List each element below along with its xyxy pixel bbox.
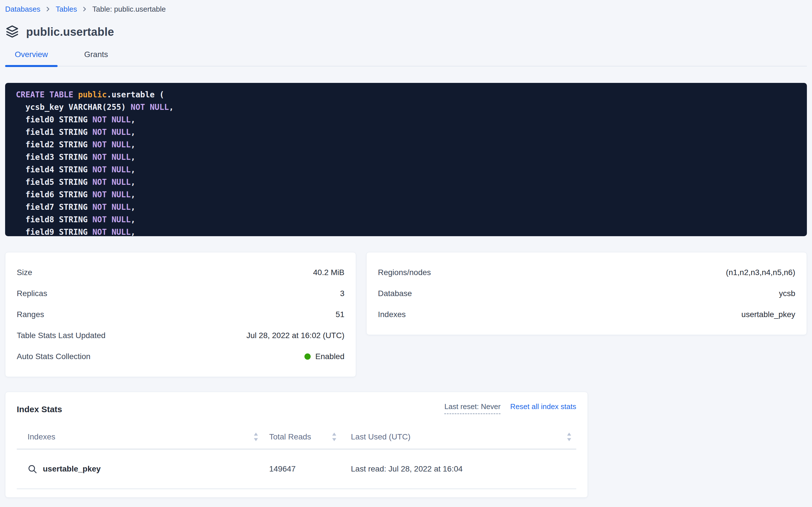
chevron-right-icon: [81, 6, 88, 12]
summary-cards-row: Size 40.2 MiB Replicas 3 Ranges 51 Table…: [5, 252, 807, 377]
stat-row-table-stats-last-updated: Table Stats Last Updated Jul 28, 2022 at…: [17, 325, 345, 346]
stat-row-replicas: Replicas 3: [17, 283, 345, 304]
code-line: ycsb_key VARCHAR(255) NOT NULL,: [16, 101, 798, 114]
code-line: field4 STRING NOT NULL,: [16, 164, 798, 176]
column-header-last-used[interactable]: Last Used (UTC): [341, 432, 576, 441]
code-line: field8 STRING NOT NULL,: [16, 214, 798, 226]
index-row-usertable-pkey: usertable_pkey 149647 Last read: Jul 28,…: [17, 449, 576, 489]
sort-icon: [567, 433, 572, 441]
stat-row-regions-nodes: Regions/nodes (n1,n2,n3,n4,n5,n6): [378, 262, 795, 283]
sort-icon: [253, 433, 258, 441]
tab-overview[interactable]: Overview: [5, 50, 58, 66]
create-table-statement: CREATE TABLE public.usertable ( ycsb_key…: [5, 83, 807, 236]
database-summary-card: Regions/nodes (n1,n2,n3,n4,n5,n6) Databa…: [366, 252, 807, 335]
chevron-right-icon: [45, 6, 51, 12]
breadcrumb-current: Table: public.usertable: [92, 5, 166, 14]
code-line: field0 STRING NOT NULL,: [16, 114, 798, 126]
index-stats-table-header: Indexes Total Reads Last Used (UTC): [17, 432, 576, 449]
page-header: public.usertable: [5, 24, 807, 40]
code-line: field1 STRING NOT NULL,: [16, 126, 798, 138]
code-line: field2 STRING NOT NULL,: [16, 138, 798, 151]
tab-grants[interactable]: Grants: [75, 50, 118, 66]
tab-bar: Overview Grants: [5, 50, 807, 66]
search-icon: [27, 464, 37, 474]
stat-row-auto-stats-collection: Auto Stats Collection Enabled: [17, 346, 345, 367]
stat-row-size: Size 40.2 MiB: [17, 262, 345, 283]
code-line: field9 STRING NOT NULL,: [16, 226, 798, 236]
breadcrumb: Databases Tables Table: public.usertable: [5, 4, 807, 14]
stat-row-database: Database ycsb: [378, 283, 795, 304]
index-stats-title: Index Stats: [17, 404, 62, 414]
last-reset-label: Last reset: Never: [444, 402, 500, 414]
layers-stack-icon: [5, 24, 19, 40]
code-line: field3 STRING NOT NULL,: [16, 151, 798, 164]
index-name-link[interactable]: usertable_pkey: [43, 464, 101, 473]
last-used-value: Last read: Jul 28, 2022 at 16:04: [341, 464, 576, 473]
total-reads-value: 149647: [263, 464, 341, 473]
status-badge: Enabled: [315, 352, 345, 361]
breadcrumb-link-tables[interactable]: Tables: [56, 5, 77, 14]
page-title: public.usertable: [26, 25, 114, 38]
code-line: field5 STRING NOT NULL,: [16, 176, 798, 188]
reset-index-stats-link[interactable]: Reset all index stats: [510, 402, 576, 411]
index-stats-table: Indexes Total Reads Last Used (UTC) user…: [17, 432, 576, 489]
stat-row-ranges: Ranges 51: [17, 304, 345, 325]
code-line: CREATE TABLE public.usertable (: [16, 89, 798, 101]
index-stats-card: Index Stats Last reset: Never Reset all …: [5, 392, 588, 498]
code-line: field6 STRING NOT NULL,: [16, 188, 798, 201]
column-header-total-reads[interactable]: Total Reads: [263, 432, 341, 441]
breadcrumb-link-databases[interactable]: Databases: [5, 5, 40, 14]
table-summary-card: Size 40.2 MiB Replicas 3 Ranges 51 Table…: [5, 252, 356, 377]
stat-row-indexes: Indexes usertable_pkey: [378, 304, 795, 325]
code-line: field7 STRING NOT NULL,: [16, 201, 798, 214]
sort-icon: [332, 433, 337, 441]
table-details-page: Databases Tables Table: public.usertable…: [0, 0, 812, 507]
column-header-indexes[interactable]: Indexes: [17, 432, 263, 441]
status-dot-enabled: [304, 353, 311, 360]
